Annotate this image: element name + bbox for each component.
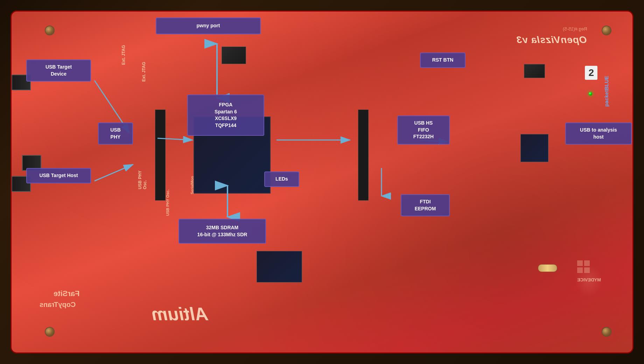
annotation-rst-btn: RST BTN [420,52,465,68]
annotation-leds: LEDs [264,172,299,187]
annotation-ftdi-eeprom: FTDIEEPROM [401,194,450,216]
board-subtitle: Reg #(15-5) [563,26,587,31]
windows-logo [576,260,590,274]
crystal [538,264,557,272]
usb-phy-osc-annotation: USB PHYOsc. [138,170,147,189]
serialmon-label: SerialMon [190,176,194,195]
annotation-usb-hs-fifo: USB HSFIFOFT2232H [397,115,450,145]
connector-left [155,110,166,201]
bolt-br [602,327,611,337]
number-badge: 2 [585,66,597,80]
bolt-tl [45,26,55,35]
sdram-chip [257,251,302,282]
usbphy-osc-pcb: USB PHY Osc. [166,189,170,216]
annotation-pwny-port: pwny port [156,18,261,34]
pcb-board: OpenVizsla v3 Reg #(15-5) Altium FarSite… [10,10,634,354]
svg-rect-0 [577,260,583,266]
copytrans-text: CopyTrans [40,301,76,309]
bolt-tr [602,26,611,35]
annotation-fpga: FPGASpartan 6XC6SLX9TQFP144 [187,94,264,136]
bolt-bl [45,327,55,337]
farsite-text: FarSite [54,289,80,298]
scene: OpenVizsla v3 Reg #(15-5) Altium FarSite… [0,0,644,364]
altium-logo: Altium [152,303,208,324]
board-title: OpenVizsla v3 [516,34,587,46]
svg-rect-2 [577,267,583,273]
ext-jtag-pcb-label: Ext. JTAG [141,62,146,82]
annotation-usb-to-analysis: USB to analysishost [565,122,632,145]
svg-rect-1 [584,260,590,266]
annotation-usb-target-device: USB TargetDevice [26,59,91,82]
led-green [589,92,592,96]
ft2232-chip [520,134,548,162]
ic-top [222,47,246,64]
svg-rect-3 [584,267,590,273]
annotation-usb-target-host: USB Target Host [26,168,91,183]
annotation-usb-phy-top: USBPHY [98,122,133,145]
ic-tr [524,64,545,78]
packetblue-text: packetBLUE [603,76,609,107]
ext-jtag-annotation: Ext. JTAG [121,45,126,65]
connector-right [358,110,369,201]
annotation-sdram: 32MB SDRAM16-bit @ 133Mhz SDR [178,219,266,244]
